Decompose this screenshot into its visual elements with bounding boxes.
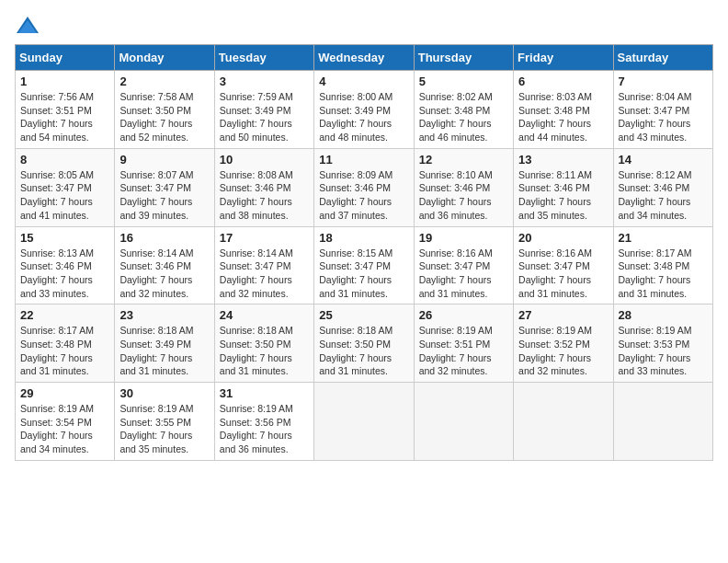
calendar-cell: 22 Sunrise: 8:17 AM Sunset: 3:48 PM Dayl… xyxy=(16,304,115,383)
day-info: Sunrise: 8:19 AM Sunset: 3:56 PM Dayligh… xyxy=(220,402,309,456)
day-number: 26 xyxy=(419,308,508,322)
day-info: Sunrise: 8:12 AM Sunset: 3:46 PM Dayligh… xyxy=(619,168,708,223)
day-info: Sunrise: 8:19 AM Sunset: 3:55 PM Dayligh… xyxy=(119,402,209,456)
day-number: 11 xyxy=(319,153,408,167)
day-number: 15 xyxy=(20,231,109,245)
day-info: Sunrise: 8:05 AM Sunset: 3:47 PM Dayligh… xyxy=(20,168,109,223)
day-number: 6 xyxy=(518,75,608,88)
day-info: Sunrise: 8:11 AM Sunset: 3:46 PM Dayligh… xyxy=(518,168,608,223)
calendar-cell: 28 Sunrise: 8:19 AM Sunset: 3:53 PM Dayl… xyxy=(613,304,712,383)
day-number: 22 xyxy=(20,308,109,322)
calendar-cell: 29 Sunrise: 8:19 AM Sunset: 3:54 PM Dayl… xyxy=(16,383,115,461)
day-info: Sunrise: 8:09 AM Sunset: 3:46 PM Dayligh… xyxy=(319,168,408,223)
calendar-cell: 24 Sunrise: 8:18 AM Sunset: 3:50 PM Dayl… xyxy=(214,304,313,383)
calendar-cell: 2 Sunrise: 7:58 AM Sunset: 3:50 PM Dayli… xyxy=(115,71,214,149)
calendar-cell: 26 Sunrise: 8:19 AM Sunset: 3:51 PM Dayl… xyxy=(414,304,513,383)
calendar-week-row: 29 Sunrise: 8:19 AM Sunset: 3:54 PM Dayl… xyxy=(16,383,713,461)
calendar-cell: 31 Sunrise: 8:19 AM Sunset: 3:56 PM Dayl… xyxy=(214,383,313,461)
day-info: Sunrise: 8:19 AM Sunset: 3:54 PM Dayligh… xyxy=(20,402,109,456)
day-number: 19 xyxy=(419,231,508,245)
calendar-cell: 3 Sunrise: 7:59 AM Sunset: 3:49 PM Dayli… xyxy=(214,71,313,149)
day-info: Sunrise: 7:56 AM Sunset: 3:51 PM Dayligh… xyxy=(20,90,109,144)
day-info: Sunrise: 8:19 AM Sunset: 3:53 PM Dayligh… xyxy=(619,324,708,378)
day-info: Sunrise: 8:17 AM Sunset: 3:48 PM Dayligh… xyxy=(20,324,109,378)
calendar-cell: 1 Sunrise: 7:56 AM Sunset: 3:51 PM Dayli… xyxy=(16,71,115,149)
calendar-cell: 20 Sunrise: 8:16 AM Sunset: 3:47 PM Dayl… xyxy=(514,226,613,304)
day-info: Sunrise: 8:02 AM Sunset: 3:48 PM Dayligh… xyxy=(419,90,508,144)
calendar-cell xyxy=(613,383,712,461)
calendar-cell: 12 Sunrise: 8:10 AM Sunset: 3:46 PM Dayl… xyxy=(414,148,513,226)
day-number: 17 xyxy=(220,231,309,245)
day-number: 18 xyxy=(319,231,408,245)
day-number: 3 xyxy=(220,75,309,88)
day-info: Sunrise: 8:19 AM Sunset: 3:51 PM Dayligh… xyxy=(419,324,508,378)
calendar-cell: 7 Sunrise: 8:04 AM Sunset: 3:47 PM Dayli… xyxy=(613,71,712,149)
calendar-cell: 19 Sunrise: 8:16 AM Sunset: 3:47 PM Dayl… xyxy=(414,226,513,304)
day-number: 8 xyxy=(20,153,109,167)
day-number: 2 xyxy=(119,75,209,88)
calendar-cell xyxy=(514,383,613,461)
calendar-cell xyxy=(314,383,414,461)
day-number: 1 xyxy=(20,75,109,88)
day-info: Sunrise: 8:18 AM Sunset: 3:50 PM Dayligh… xyxy=(220,324,309,378)
day-number: 23 xyxy=(119,308,209,322)
calendar-week-row: 15 Sunrise: 8:13 AM Sunset: 3:46 PM Dayl… xyxy=(16,226,713,304)
day-info: Sunrise: 8:13 AM Sunset: 3:46 PM Dayligh… xyxy=(20,247,109,301)
weekday-header-row: SundayMondayTuesdayWednesdayThursdayFrid… xyxy=(16,45,713,71)
day-info: Sunrise: 8:08 AM Sunset: 3:46 PM Dayligh… xyxy=(220,168,309,223)
day-info: Sunrise: 8:18 AM Sunset: 3:49 PM Dayligh… xyxy=(119,324,209,378)
calendar-cell: 25 Sunrise: 8:18 AM Sunset: 3:50 PM Dayl… xyxy=(314,304,414,383)
day-info: Sunrise: 8:03 AM Sunset: 3:48 PM Dayligh… xyxy=(518,90,608,144)
calendar-cell: 5 Sunrise: 8:02 AM Sunset: 3:48 PM Dayli… xyxy=(414,71,513,149)
calendar-cell: 14 Sunrise: 8:12 AM Sunset: 3:46 PM Dayl… xyxy=(613,148,712,226)
calendar-cell: 6 Sunrise: 8:03 AM Sunset: 3:48 PM Dayli… xyxy=(514,71,613,149)
day-number: 31 xyxy=(220,386,309,400)
day-number: 12 xyxy=(419,153,508,167)
day-number: 13 xyxy=(518,153,608,167)
day-number: 20 xyxy=(518,231,608,245)
day-info: Sunrise: 8:16 AM Sunset: 3:47 PM Dayligh… xyxy=(419,247,508,301)
weekday-header-tuesday: Tuesday xyxy=(214,45,313,71)
day-number: 9 xyxy=(119,153,209,167)
day-info: Sunrise: 8:17 AM Sunset: 3:48 PM Dayligh… xyxy=(619,247,708,301)
day-info: Sunrise: 8:04 AM Sunset: 3:47 PM Dayligh… xyxy=(619,90,708,144)
calendar-cell: 21 Sunrise: 8:17 AM Sunset: 3:48 PM Dayl… xyxy=(613,226,712,304)
weekday-header-thursday: Thursday xyxy=(414,45,513,71)
weekday-header-friday: Friday xyxy=(514,45,613,71)
calendar-week-row: 1 Sunrise: 7:56 AM Sunset: 3:51 PM Dayli… xyxy=(16,71,713,149)
day-number: 24 xyxy=(220,308,309,322)
day-number: 21 xyxy=(619,231,708,245)
day-number: 4 xyxy=(319,75,408,88)
day-info: Sunrise: 7:59 AM Sunset: 3:49 PM Dayligh… xyxy=(220,90,309,144)
calendar-cell: 18 Sunrise: 8:15 AM Sunset: 3:47 PM Dayl… xyxy=(314,226,414,304)
calendar: SundayMondayTuesdayWednesdayThursdayFrid… xyxy=(15,44,713,461)
calendar-cell xyxy=(414,383,513,461)
day-number: 5 xyxy=(419,75,508,88)
logo-icon xyxy=(15,15,40,37)
day-info: Sunrise: 7:58 AM Sunset: 3:50 PM Dayligh… xyxy=(119,90,209,144)
day-info: Sunrise: 8:15 AM Sunset: 3:47 PM Dayligh… xyxy=(319,247,408,301)
logo xyxy=(15,15,44,37)
weekday-header-monday: Monday xyxy=(115,45,214,71)
day-number: 16 xyxy=(119,231,209,245)
day-number: 7 xyxy=(619,75,708,88)
day-info: Sunrise: 8:19 AM Sunset: 3:52 PM Dayligh… xyxy=(518,324,608,378)
day-number: 10 xyxy=(220,153,309,167)
calendar-cell: 8 Sunrise: 8:05 AM Sunset: 3:47 PM Dayli… xyxy=(16,148,115,226)
day-info: Sunrise: 8:00 AM Sunset: 3:49 PM Dayligh… xyxy=(319,90,408,144)
calendar-cell: 23 Sunrise: 8:18 AM Sunset: 3:49 PM Dayl… xyxy=(115,304,214,383)
day-info: Sunrise: 8:14 AM Sunset: 3:47 PM Dayligh… xyxy=(220,247,309,301)
header xyxy=(15,15,713,37)
calendar-week-row: 8 Sunrise: 8:05 AM Sunset: 3:47 PM Dayli… xyxy=(16,148,713,226)
day-number: 30 xyxy=(119,386,209,400)
calendar-cell: 9 Sunrise: 8:07 AM Sunset: 3:47 PM Dayli… xyxy=(115,148,214,226)
day-number: 25 xyxy=(319,308,408,322)
calendar-cell: 16 Sunrise: 8:14 AM Sunset: 3:46 PM Dayl… xyxy=(115,226,214,304)
calendar-cell: 27 Sunrise: 8:19 AM Sunset: 3:52 PM Dayl… xyxy=(514,304,613,383)
day-info: Sunrise: 8:18 AM Sunset: 3:50 PM Dayligh… xyxy=(319,324,408,378)
calendar-cell: 10 Sunrise: 8:08 AM Sunset: 3:46 PM Dayl… xyxy=(214,148,313,226)
day-number: 27 xyxy=(518,308,608,322)
day-info: Sunrise: 8:14 AM Sunset: 3:46 PM Dayligh… xyxy=(119,247,209,301)
weekday-header-sunday: Sunday xyxy=(16,45,115,71)
calendar-cell: 4 Sunrise: 8:00 AM Sunset: 3:49 PM Dayli… xyxy=(314,71,414,149)
